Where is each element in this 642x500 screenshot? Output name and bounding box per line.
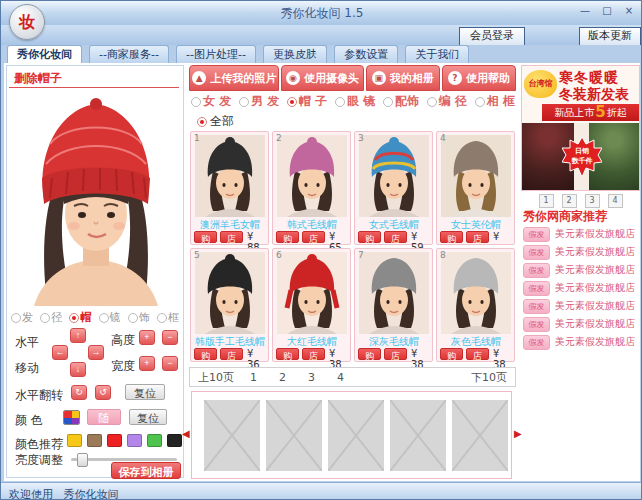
buy-button[interactable]: 购买: [194, 348, 217, 360]
category-glasses[interactable]: 眼 镜: [335, 93, 375, 110]
swatch-red[interactable]: [107, 434, 122, 447]
shop-button[interactable]: 店铺: [384, 231, 407, 243]
mini-tab-hair[interactable]: 发: [11, 310, 33, 325]
category-accessories[interactable]: 配饰: [383, 93, 419, 110]
product-photo[interactable]: [359, 135, 429, 217]
buy-button[interactable]: 购买: [440, 231, 463, 243]
store-list-item[interactable]: 假发美元素假发旗舰店: [523, 334, 639, 350]
prev-pages-link[interactable]: 上10页: [198, 370, 234, 385]
thumbnail-placeholder[interactable]: [204, 400, 260, 471]
carousel-left-arrow[interactable]: ◀: [182, 429, 190, 439]
shop-button[interactable]: 店铺: [220, 231, 243, 243]
ad-page-1[interactable]: 1: [539, 194, 554, 208]
product-title[interactable]: 韩版手工毛线帽: [193, 335, 267, 349]
move-left-button[interactable]: ←: [52, 345, 68, 360]
mini-tab-path[interactable]: 径: [40, 310, 62, 325]
tab-settings[interactable]: 参数设置: [334, 45, 398, 63]
shop-button[interactable]: 店铺: [466, 231, 489, 243]
rotate-cw-button[interactable]: ↻: [71, 385, 87, 400]
product-title[interactable]: 深灰毛线帽: [357, 335, 431, 349]
ad-page-2[interactable]: 2: [562, 194, 577, 208]
carousel-right-arrow[interactable]: ▶: [514, 429, 522, 439]
tab-about[interactable]: 关于我们: [405, 45, 469, 63]
move-up-button[interactable]: ↑: [70, 328, 86, 343]
tab-merchant-services[interactable]: --商家服务--: [89, 45, 169, 63]
store-list-item[interactable]: 假发美元素假发旗舰店: [523, 226, 639, 242]
shop-button[interactable]: 店铺: [466, 348, 489, 360]
product-photo[interactable]: [277, 135, 347, 217]
position-reset-button[interactable]: 复位: [125, 384, 165, 400]
buy-button[interactable]: 购买: [194, 231, 217, 243]
buy-button[interactable]: 购买: [276, 231, 299, 243]
product-title[interactable]: 女士英伦帽: [439, 218, 513, 232]
move-down-button[interactable]: ↓: [70, 362, 86, 377]
product-title[interactable]: 大红毛线帽: [275, 335, 349, 349]
buy-button[interactable]: 购买: [358, 231, 381, 243]
thumbnail-placeholder[interactable]: [390, 400, 446, 471]
shop-button[interactable]: 店铺: [302, 348, 325, 360]
ad-page-3[interactable]: 3: [585, 194, 600, 208]
brightness-slider-thumb[interactable]: [77, 453, 88, 467]
color-palette-icon[interactable]: [63, 410, 80, 425]
member-login-button[interactable]: 会员登录: [459, 27, 525, 46]
product-photo[interactable]: [441, 252, 511, 334]
shop-button[interactable]: 店铺: [220, 348, 243, 360]
width-minus-button[interactable]: −: [162, 356, 178, 371]
ad-banner[interactable]: 寒冬暖暖 冬装新发表 台湾馆 新品上市 5 折起 日销数千件: [521, 65, 640, 191]
product-photo[interactable]: [195, 252, 265, 334]
swatch-brown[interactable]: [87, 434, 102, 447]
product-title[interactable]: 澳洲羊毛女帽: [193, 218, 267, 232]
mini-tab-frame[interactable]: 框: [157, 310, 179, 325]
tab-makeup-room[interactable]: 秀你化妆间: [7, 45, 82, 63]
swatch-yellow[interactable]: [67, 434, 82, 447]
product-title[interactable]: 女式毛线帽: [357, 218, 431, 232]
thumbnail-placeholder[interactable]: [452, 400, 508, 471]
minimize-button[interactable]: —: [577, 4, 593, 17]
upload-photo-button[interactable]: ▲ 上传我的照片: [189, 65, 279, 91]
product-photo[interactable]: [359, 252, 429, 334]
product-title[interactable]: 韩式毛线帽: [275, 218, 349, 232]
category-frame[interactable]: 相 框: [475, 93, 515, 110]
shop-button[interactable]: 店铺: [302, 231, 325, 243]
preview-image[interactable]: [16, 92, 176, 306]
buy-button[interactable]: 购买: [276, 348, 299, 360]
random-color-button[interactable]: 随机: [87, 409, 121, 425]
height-minus-button[interactable]: −: [162, 330, 178, 345]
use-webcam-button[interactable]: ◉ 使用摄像头: [281, 65, 363, 91]
tab-image-processing[interactable]: --图片处理--: [176, 45, 256, 63]
store-list-item[interactable]: 假发美元素假发旗舰店: [523, 280, 639, 296]
product-photo[interactable]: [195, 135, 265, 217]
height-plus-button[interactable]: +: [139, 330, 155, 345]
tab-change-skin[interactable]: 更换皮肤: [263, 45, 327, 63]
store-list-item[interactable]: 假发美元素假发旗舰店: [523, 244, 639, 260]
page-link-1[interactable]: 1: [250, 371, 257, 384]
store-list-item[interactable]: 假发美元素假发旗舰店: [523, 262, 639, 278]
my-album-button[interactable]: ▣ 我的相册: [366, 65, 440, 91]
buy-button[interactable]: 购买: [440, 348, 463, 360]
buy-button[interactable]: 购买: [358, 348, 381, 360]
move-right-button[interactable]: →: [88, 345, 104, 360]
maximize-button[interactable]: □: [599, 4, 615, 17]
color-reset-button[interactable]: 复位: [129, 409, 167, 425]
swatch-green[interactable]: [147, 434, 162, 447]
filter-all-radio[interactable]: 全部: [197, 113, 234, 130]
category-female-hair[interactable]: 女 发: [191, 93, 231, 110]
shop-button[interactable]: 店铺: [384, 348, 407, 360]
page-link-2[interactable]: 2: [279, 371, 286, 384]
mini-tab-accessory[interactable]: 饰: [128, 310, 150, 325]
mini-tab-hat[interactable]: 帽: [69, 310, 91, 325]
category-male-hair[interactable]: 男 发: [239, 93, 279, 110]
page-link-3[interactable]: 3: [308, 371, 315, 384]
save-to-album-button[interactable]: 保存到相册: [111, 462, 181, 479]
mini-tab-glasses[interactable]: 镜: [99, 310, 121, 325]
close-button[interactable]: ×: [621, 4, 637, 17]
swatch-purple[interactable]: [127, 434, 142, 447]
ad-page-4[interactable]: 4: [608, 194, 623, 208]
help-button[interactable]: ? 使用帮助: [442, 65, 516, 91]
next-pages-link[interactable]: 下10页: [471, 370, 507, 385]
page-link-4[interactable]: 4: [337, 371, 344, 384]
product-photo[interactable]: [277, 252, 347, 334]
version-update-button[interactable]: 版本更新: [579, 27, 641, 46]
category-braid[interactable]: 编 径: [427, 93, 467, 110]
store-list-item[interactable]: 假发美元素假发旗舰店: [523, 316, 639, 332]
